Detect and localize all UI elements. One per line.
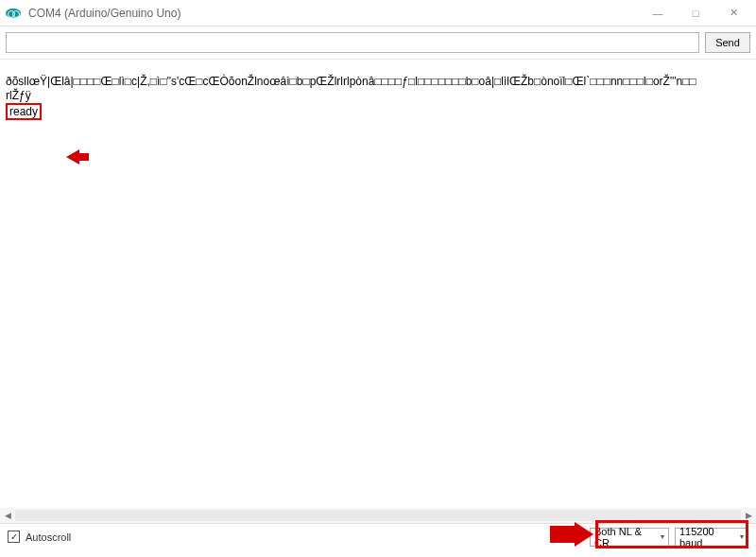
titlebar: COM4 (Arduino/Genuino Uno) — □ ✕ <box>0 0 756 26</box>
autoscroll-label: Autoscroll <box>26 531 71 543</box>
command-row: Send <box>0 26 756 60</box>
arduino-icon <box>4 4 23 23</box>
serial-output[interactable]: ðõsllœŸ|Œlâ|□□□□Œ□lì□c|Ž,□ì□"s'cŒ□cŒÒŏon… <box>0 60 756 523</box>
output-line-1: ðõsllœŸ|Œlâ|□□□□Œ□lì□c|Ž,□ì□"s'cŒ□cŒÒŏon… <box>6 75 696 88</box>
chevron-down-icon: ▾ <box>740 532 744 541</box>
line-ending-value: Both NL & CR <box>594 526 651 548</box>
horizontal-scrollbar[interactable]: ◀ ▶ <box>0 508 756 523</box>
annotation-arrow-ready <box>66 149 79 165</box>
scroll-left-icon[interactable]: ◀ <box>0 508 15 523</box>
line-ending-dropdown[interactable]: Both NL & CR ▾ <box>590 528 669 547</box>
minimize-button[interactable]: — <box>639 0 677 26</box>
scroll-right-icon[interactable]: ▶ <box>741 508 756 523</box>
ready-highlight: ready <box>6 103 42 120</box>
footer-bar: Autoscroll Both NL & CR ▾ 115200 baud ▾ <box>0 523 756 549</box>
window-controls: — □ ✕ <box>639 0 752 26</box>
output-line-2: rlŽƒÿ <box>6 89 31 102</box>
close-button[interactable]: ✕ <box>714 0 752 26</box>
ready-text: ready <box>9 105 38 118</box>
autoscroll-checkbox[interactable] <box>8 531 20 543</box>
window-title: COM4 (Arduino/Genuino Uno) <box>28 7 639 20</box>
scroll-track[interactable] <box>15 510 741 521</box>
command-input[interactable] <box>6 32 699 53</box>
chevron-down-icon: ▾ <box>661 532 664 541</box>
send-button[interactable]: Send <box>705 32 750 53</box>
maximize-button[interactable]: □ <box>677 0 714 26</box>
baud-dropdown[interactable]: 115200 baud ▾ <box>675 528 748 547</box>
baud-value: 115200 baud <box>679 526 730 548</box>
